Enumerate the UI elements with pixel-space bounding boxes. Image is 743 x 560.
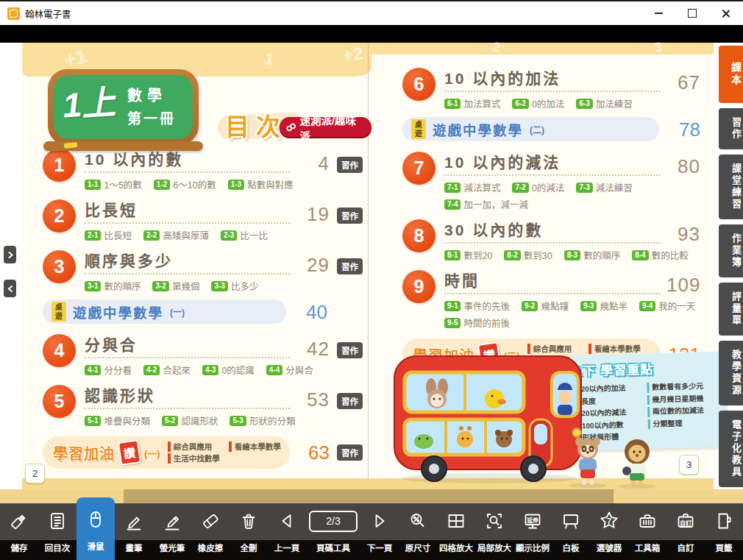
tool-highlighter[interactable]: 螢光筆 xyxy=(153,503,191,553)
toc-subsection[interactable]: 4-30的認識 xyxy=(202,363,255,377)
chapter-title[interactable]: 10 以內的加法 xyxy=(444,70,561,87)
workbook-badge[interactable]: 習作 xyxy=(337,393,363,409)
tool-eraser[interactable]: 橡皮擦 xyxy=(191,503,230,553)
toc-subsection[interactable]: 1-3點數與對應 xyxy=(228,177,294,191)
toc-subsection[interactable]: 9-2幾點鐘 xyxy=(522,299,569,313)
toc-subsection[interactable]: 6-3加法練習 xyxy=(576,96,632,110)
boardgame-page-number[interactable]: 78 xyxy=(666,120,700,139)
toc-subsection[interactable]: 8-2數到30 xyxy=(504,248,552,262)
tool-page-tabs[interactable]: 頁籤 xyxy=(705,503,743,553)
chapter-title[interactable]: 比長短 xyxy=(85,202,138,219)
toc-subsection[interactable]: 4-4分與合 xyxy=(266,363,313,377)
toc-subsection[interactable]: 6-1加法算式 xyxy=(444,96,500,110)
toc-chapter-4[interactable]: 4 分與合 42 習作 4-1分分看 4-2合起來 4-30的認識 xyxy=(43,333,363,377)
toc-chapter-7[interactable]: 7 10 以內的減法 80 7-1減法算式 7-20的減法 7-3減法練習 7-… xyxy=(402,150,700,211)
toc-chapter-2[interactable]: 2 比長短 19 習作 2-1比長短 2-2高矮與厚薄 2-3比一比 xyxy=(43,198,363,242)
toc-subsection[interactable]: 9-3幾點半 xyxy=(580,299,628,313)
tool-mouse[interactable]: 滑鼠 xyxy=(77,497,115,560)
horizontal-scrollbar[interactable] xyxy=(124,489,614,503)
toc-subsection[interactable]: 8-3數的順序 xyxy=(564,248,620,262)
toc-subsection[interactable]: 6-20的加法 xyxy=(512,96,564,110)
toc-subsection[interactable]: 9-5時間的前後 xyxy=(444,316,510,330)
toc-subsection[interactable]: 8-1數到20 xyxy=(444,248,492,262)
close-button[interactable] xyxy=(709,1,743,25)
toc-subsection[interactable]: 2-2高矮與厚薄 xyxy=(143,228,209,242)
sidebar-tab-homework-book[interactable]: 作業簿 xyxy=(719,224,743,277)
sidebar-tab-teaching-resources[interactable]: 教學資源 xyxy=(719,341,743,405)
tool-prev-page[interactable]: 上一頁 xyxy=(268,503,306,553)
toc-subsection[interactable]: 7-1減法算式 xyxy=(444,180,500,194)
chapter-page-number[interactable]: 29 xyxy=(296,255,330,274)
tool-custom[interactable]: 自訂 自訂 xyxy=(666,503,705,553)
workbook-badge[interactable]: 習作 xyxy=(337,444,363,461)
sidebar-tab-assessment[interactable]: 評量單 xyxy=(719,283,743,336)
tool-pen[interactable]: 畫筆 xyxy=(115,503,153,553)
toc-subsection[interactable]: 7-4加一加，減一減 xyxy=(444,197,528,211)
chapter-page-number[interactable]: 109 xyxy=(666,275,700,294)
tool-whiteboard[interactable]: 白板 xyxy=(552,503,590,553)
toc-subsection[interactable]: 3-1數的順序 xyxy=(85,279,141,293)
chapter-page-number[interactable]: 80 xyxy=(666,157,700,176)
workbook-badge[interactable]: 習作 xyxy=(337,342,363,358)
toc-subsection[interactable]: 1-26～10的數 xyxy=(154,177,216,191)
boost-page-number[interactable]: 63 xyxy=(296,443,330,462)
toc-subsection[interactable]: 3-3比多少 xyxy=(211,279,258,293)
toc-chapter-9[interactable]: 9 時間 109 9-1事件的先後 9-2幾點鐘 9-3幾點半 9-4我的一天 xyxy=(402,269,700,330)
toc-chapter-5[interactable]: 5 認識形狀 53 習作 5-1堆疊與分類 5-2認識形狀 5-3形狀的分類 xyxy=(43,383,363,428)
toc-subsection[interactable]: 7-20的減法 xyxy=(512,180,564,194)
chapter-page-number[interactable]: 67 xyxy=(666,73,700,92)
chapter-title[interactable]: 30 以內的數 xyxy=(444,221,543,238)
toc-subsection[interactable]: 5-2認識形狀 xyxy=(162,414,218,428)
sidebar-tab-class-practice[interactable]: 課堂練習 xyxy=(719,155,743,219)
toc-subsection[interactable]: 1-11～5的數 xyxy=(85,177,142,191)
toc-subsection[interactable]: 3-2第幾個 xyxy=(152,279,199,293)
quick-test-button[interactable]: 速測派/趣味派 xyxy=(280,117,372,137)
toc-subsection[interactable]: 9-4我的一天 xyxy=(639,299,695,313)
workbook-badge[interactable]: 習作 xyxy=(337,208,363,224)
tool-display-ratio[interactable]: 延伸 顯示比例 xyxy=(513,503,552,553)
tool-delete-all[interactable]: 全刪 xyxy=(230,503,268,553)
chapter-page-number[interactable]: 4 xyxy=(296,154,330,173)
toc-subsection[interactable]: 5-1堆疊與分類 xyxy=(85,414,150,428)
chapter-title[interactable]: 10 以內的減法 xyxy=(444,154,561,171)
toc-subsection[interactable]: 4-1分分看 xyxy=(85,363,132,377)
toc-subsection[interactable]: 8-4數的比較 xyxy=(632,248,688,262)
toc-chapter-3[interactable]: 3 順序與多少 29 習作 3-1數的順序 3-2第幾個 3-3比多少 xyxy=(43,249,363,293)
sidebar-tab-digital-tools[interactable]: 電子化教具 xyxy=(719,411,743,487)
toc-subsection[interactable]: 4-2合起來 xyxy=(143,363,191,377)
toc-subsection[interactable]: 5-3形狀的分類 xyxy=(230,414,295,428)
sidebar-tab-textbook[interactable]: 課本 xyxy=(719,46,743,103)
tool-number-picker[interactable]: 7 選號器 xyxy=(590,503,628,553)
tool-save[interactable]: 儲存 xyxy=(0,503,38,553)
chapter-title[interactable]: 時間 xyxy=(444,272,480,289)
chapter-title[interactable]: 順序與多少 xyxy=(85,252,173,269)
toc-subsection[interactable]: 9-1事件的先後 xyxy=(444,299,510,313)
boardgame-page-number[interactable]: 40 xyxy=(294,302,327,322)
sidebar-tab-workbook[interactable]: 習作 xyxy=(719,108,743,149)
study-boost-item[interactable]: 學習加油 讚 (一) 綜合與應用 生活中找數學 看繪本學數學 xyxy=(43,436,290,469)
page-number-left[interactable]: 2 xyxy=(25,464,45,483)
boardgame-item[interactable]: 桌遊 遊戲中學數學 (一) xyxy=(43,300,286,324)
toc-subsection[interactable]: 2-1比長短 xyxy=(85,228,132,242)
workbook-badge[interactable]: 習作 xyxy=(337,258,363,274)
workbook-badge[interactable]: 習作 xyxy=(337,157,363,173)
chapter-title[interactable]: 認識形狀 xyxy=(85,387,155,404)
minimize-button[interactable] xyxy=(641,1,675,25)
tool-next-page[interactable]: 下一頁 xyxy=(360,503,399,553)
toc-chapter-8[interactable]: 8 30 以內的數 93 8-1數到20 8-2數到30 8-3數的順序 8-4… xyxy=(402,218,700,262)
tool-page-indicator[interactable]: 2/3 頁碼工具 xyxy=(306,503,360,553)
chapter-page-number[interactable]: 42 xyxy=(296,339,330,358)
tool-back-to-toc[interactable]: 回目次 xyxy=(38,503,77,553)
boardgame-item[interactable]: 桌遊 遊戲中學數學 (二) xyxy=(402,117,659,141)
page-number-right[interactable]: 3 xyxy=(679,455,699,475)
tool-area-zoom[interactable]: 局部放大 xyxy=(475,503,513,553)
toc-subsection[interactable]: 2-3比一比 xyxy=(221,228,268,242)
toc-chapter-1[interactable]: 1 10 以內的數 4 習作 1-11～5的數 1-26～10的數 1-3點數與… xyxy=(43,147,363,191)
toc-subsection[interactable]: 7-3減法練習 xyxy=(576,180,632,194)
tool-toolbox[interactable]: 工具箱 xyxy=(628,503,666,553)
chapter-page-number[interactable]: 53 xyxy=(296,390,330,409)
chapter-page-number[interactable]: 19 xyxy=(296,205,330,224)
chapter-title[interactable]: 分與合 xyxy=(85,336,138,353)
panel-expand-button[interactable] xyxy=(4,246,16,263)
toc-chapter-6[interactable]: 6 10 以內的加法 67 6-1加法算式 6-20的加法 6-3加法練習 xyxy=(402,66,700,110)
